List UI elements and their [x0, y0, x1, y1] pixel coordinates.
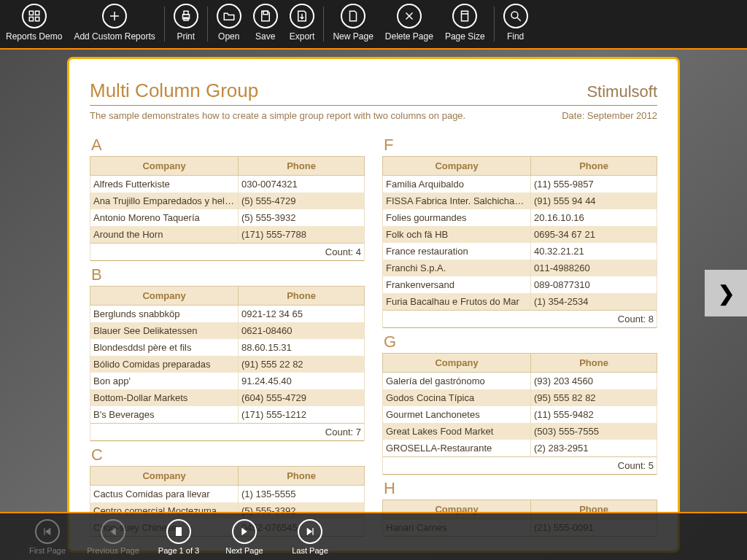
- group-table: CompanyPhoneAlfreds Futterkiste030-00743…: [90, 156, 365, 261]
- toolbar-label: Open: [218, 31, 239, 42]
- report-page: Multi Column Group Stimulsoft The sample…: [67, 57, 680, 553]
- cell-phone: (1) 135-5555: [239, 486, 365, 503]
- nav-label: Last Page: [292, 546, 328, 555]
- nav-label: Previous Page: [87, 546, 139, 555]
- first-page-icon: [35, 519, 60, 544]
- cell-phone: 089-0877310: [531, 276, 657, 293]
- table-row: Alfreds Futterkiste030-0074321: [90, 176, 365, 193]
- grid-icon: [22, 4, 47, 28]
- toolbar-separator: [494, 7, 495, 42]
- svg-marker-19: [111, 528, 116, 534]
- svg-point-15: [511, 12, 518, 18]
- table-row: Gourmet Lanchonetes(11) 555-9482: [383, 406, 657, 423]
- cell-company: Great Lakes Food Market: [383, 423, 531, 440]
- save-button[interactable]: Save: [247, 0, 284, 49]
- table-row: Familia Arquibaldo(11) 555-9857: [383, 176, 657, 193]
- svg-marker-21: [242, 528, 247, 534]
- table-row: France restauration40.32.21.21: [383, 243, 657, 260]
- report-date: Date: September 2012: [562, 110, 657, 121]
- page-icon: [166, 519, 191, 544]
- nav-label: First Page: [29, 546, 66, 555]
- cell-phone: (91) 555 94 44: [531, 192, 657, 209]
- report-title: Multi Column Group: [90, 79, 258, 105]
- table-row: Cactus Comidas para llevar(1) 135-5555: [90, 486, 365, 503]
- cell-company: Bólido Comidas preparadas: [90, 356, 239, 373]
- open-button[interactable]: Open: [211, 0, 247, 49]
- cell-phone: (5) 555-4729: [239, 192, 365, 209]
- toolbar-label: Export: [290, 31, 315, 42]
- page-size-button[interactable]: Page Size: [439, 0, 491, 49]
- delete-icon: [397, 4, 422, 28]
- chevron-right-icon: ❯: [718, 281, 735, 306]
- cell-phone: (2) 283-2951: [531, 440, 657, 457]
- table-row: Folk och fä HB0695-34 67 21: [383, 226, 657, 243]
- svg-marker-18: [45, 528, 50, 534]
- print-button[interactable]: Print: [168, 0, 204, 49]
- group-letter: F: [384, 136, 657, 155]
- toolbar-label: Save: [255, 31, 275, 42]
- cell-phone: (503) 555-7555: [531, 423, 657, 440]
- table-row: Godos Cocina Típica(95) 555 82 82: [383, 389, 657, 406]
- group-count: Count: 5: [383, 457, 657, 475]
- find-button[interactable]: Find: [498, 0, 534, 49]
- toolbar-label: Find: [507, 31, 524, 42]
- new-page-icon: [341, 4, 365, 28]
- last-page-button[interactable]: Last Page: [277, 519, 343, 555]
- group-letter: A: [91, 136, 365, 155]
- group-table: CompanyPhoneBerglunds snabbköp0921-12 34…: [90, 286, 365, 441]
- cell-phone: (95) 555 82 82: [531, 389, 657, 406]
- cell-phone: (1) 354-2534: [531, 293, 657, 311]
- new-page-button[interactable]: New Page: [327, 0, 379, 49]
- table-row: Antonio Moreno Taquería(5) 555-3932: [90, 209, 365, 226]
- table-row: Berglunds snabbköp0921-12 34 65: [90, 306, 365, 323]
- cell-phone: 88.60.15.31: [239, 339, 365, 356]
- group-letter: C: [91, 446, 365, 464]
- cell-company: Blauer See Delikatessen: [90, 322, 239, 339]
- toolbar-label: Reports Demo: [6, 31, 62, 42]
- table-row: Folies gourmandes20.16.10.16: [383, 209, 657, 226]
- col-header-phone: Phone: [531, 157, 657, 176]
- col-header-company: Company: [90, 467, 239, 486]
- cell-company: Bon app': [90, 373, 239, 389]
- table-row: Franchi S.p.A.011-4988260: [383, 260, 657, 276]
- table-row: Galería del gastrónomo(93) 203 4560: [383, 373, 657, 390]
- cell-company: B's Beverages: [90, 406, 239, 424]
- previous-page-button[interactable]: Previous Page: [80, 519, 146, 555]
- cell-company: France restauration: [383, 243, 531, 260]
- table-row: Frankenversand089-0877310: [383, 276, 657, 293]
- page-size-icon: [452, 4, 477, 28]
- cell-company: Antonio Moreno Taquería: [90, 209, 239, 226]
- cell-company: Berglunds snabbköp: [90, 306, 239, 323]
- group-letter: H: [384, 479, 657, 498]
- first-page-button[interactable]: First Page: [15, 519, 80, 555]
- side-next-button[interactable]: ❯: [705, 270, 747, 316]
- table-row: Bottom-Dollar Markets(604) 555-4729: [90, 389, 365, 406]
- toolbar-separator: [207, 7, 208, 42]
- svg-rect-9: [263, 11, 268, 15]
- cell-phone: (93) 203 4560: [531, 373, 657, 390]
- cell-phone: (604) 555-4729: [239, 389, 365, 406]
- svg-rect-13: [462, 11, 468, 21]
- next-page-button[interactable]: Next Page: [212, 519, 277, 555]
- table-row: Around the Horn(171) 555-7788: [90, 226, 365, 244]
- bottom-nav: First Page Previous Page Page 1 of 3 Nex…: [0, 512, 747, 560]
- next-icon: [232, 519, 257, 544]
- toolbar-label: New Page: [333, 31, 373, 42]
- col-header-company: Company: [383, 157, 531, 176]
- add-custom-reports-button[interactable]: Add Custom Reports: [68, 0, 160, 49]
- table-row: Great Lakes Food Market(503) 555-7555: [383, 423, 657, 440]
- cell-company: Godos Cocina Típica: [383, 389, 531, 406]
- cell-phone: 030-0074321: [239, 176, 365, 193]
- group-table: CompanyPhoneGalería del gastrónomo(93) 2…: [382, 353, 657, 475]
- export-button[interactable]: Export: [284, 0, 321, 49]
- cell-company: Alfreds Futterkiste: [90, 176, 239, 193]
- group-letter: B: [91, 265, 365, 284]
- cell-phone: (11) 555-9482: [531, 406, 657, 423]
- cell-company: Furia Bacalhau e Frutos do Mar: [383, 293, 531, 311]
- col-header-phone: Phone: [239, 287, 365, 306]
- table-row: Blauer See Delikatessen0621-08460: [90, 322, 365, 339]
- reports-demo-button[interactable]: Reports Demo: [0, 0, 68, 49]
- svg-rect-20: [177, 527, 182, 535]
- delete-page-button[interactable]: Delete Page: [379, 0, 439, 49]
- group-count: Count: 4: [90, 244, 365, 261]
